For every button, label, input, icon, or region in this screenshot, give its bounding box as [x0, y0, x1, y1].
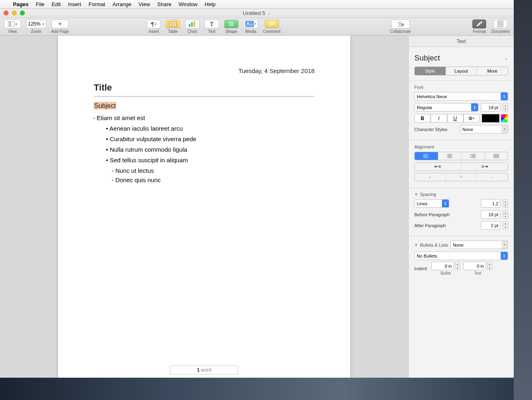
- menu-edit[interactable]: Edit: [52, 1, 60, 7]
- bullets-preset-value: None: [453, 243, 463, 247]
- menu-format[interactable]: Format: [88, 1, 105, 7]
- outdent-button[interactable]: ⇤≡: [415, 163, 461, 170]
- underline-button[interactable]: U: [447, 114, 463, 123]
- before-paragraph-field[interactable]: 18 pt: [481, 210, 500, 219]
- bullets-preset-select[interactable]: None ▾: [450, 241, 508, 249]
- minimize-button[interactable]: [12, 11, 17, 15]
- document-subject[interactable]: Subject: [94, 102, 116, 110]
- titlebar: Untitled 5 ⌄: [0, 9, 514, 18]
- character-styles-label: Character Styles: [414, 127, 458, 132]
- menu-share[interactable]: Share: [157, 1, 172, 7]
- list-item[interactable]: Donec quis nunc: [112, 176, 314, 183]
- document-date[interactable]: Tuesday, 4 September 2018: [94, 67, 314, 74]
- format-button[interactable]: [472, 19, 486, 28]
- menu-file[interactable]: File: [36, 1, 44, 7]
- tab-layout[interactable]: Layout: [446, 67, 477, 75]
- shape-button[interactable]: [224, 19, 239, 28]
- bullets-header[interactable]: ▼Bullets & Lists: [414, 243, 448, 247]
- valign-top-button[interactable]: ⌅: [415, 173, 446, 181]
- after-paragraph-field[interactable]: 2 pt: [481, 221, 500, 230]
- menu-view[interactable]: View: [139, 1, 150, 7]
- text-label: Text: [208, 29, 215, 34]
- before-paragraph-stepper[interactable]: ▲▼: [503, 210, 508, 219]
- bullet-indent-field[interactable]: 0 in: [431, 262, 454, 270]
- tab-more[interactable]: More: [477, 67, 508, 75]
- after-paragraph-stepper[interactable]: ▲▼: [503, 221, 508, 230]
- zoom-value: 125%: [28, 21, 41, 27]
- close-button[interactable]: [4, 11, 9, 15]
- list-item[interactable]: Nulla rutrum commodo ligula: [94, 146, 314, 153]
- word-count[interactable]: 1 word: [170, 366, 238, 374]
- table-button[interactable]: [166, 19, 180, 28]
- text-button[interactable]: T: [205, 19, 219, 28]
- document-title[interactable]: Title: [94, 82, 314, 97]
- media-button[interactable]: ▾: [243, 19, 258, 28]
- comment-button[interactable]: [265, 19, 279, 28]
- character-styles-select[interactable]: None ▾: [460, 125, 508, 133]
- align-justify-button[interactable]: [485, 152, 508, 160]
- app-menu[interactable]: Pages: [13, 1, 28, 7]
- valign-middle-button[interactable]: ✳: [446, 173, 477, 181]
- view-button[interactable]: ▾: [4, 19, 21, 28]
- bullets-type-select[interactable]: No Bullets ▲▼: [414, 252, 508, 260]
- menu-help[interactable]: Help: [205, 1, 216, 7]
- list-item[interactable]: Etiam sit amet est: [94, 114, 314, 121]
- font-style-select[interactable]: Regular ▲▼: [414, 103, 478, 112]
- bullets-lists-label: Bullets & Lists: [420, 243, 448, 247]
- document-button[interactable]: [493, 19, 507, 28]
- align-center-icon: [447, 154, 452, 158]
- menu-arrange[interactable]: Arrange: [112, 1, 131, 7]
- paragraph-style-select[interactable]: Subject ⌄: [409, 47, 514, 67]
- insert-label: Insert: [149, 29, 159, 34]
- inspector-tab-text[interactable]: Text: [409, 36, 514, 47]
- menu-insert[interactable]: Insert: [68, 1, 82, 7]
- text-options-button[interactable]: ⚙▾: [463, 114, 480, 123]
- align-center-button[interactable]: [438, 152, 462, 160]
- color-picker-button[interactable]: [501, 114, 508, 123]
- shape-label: Shape: [225, 29, 237, 34]
- align-right-button[interactable]: [461, 152, 485, 160]
- spacing-stepper[interactable]: ▲▼: [503, 199, 508, 208]
- add-page-button[interactable]: +: [52, 19, 69, 28]
- svg-rect-18: [480, 21, 482, 23]
- chart-button[interactable]: [185, 19, 200, 28]
- indent-button[interactable]: ≡⇥: [461, 163, 508, 170]
- vertical-align-seg: ⌅ ✳ ⌄: [414, 173, 508, 181]
- italic-button[interactable]: I: [431, 114, 447, 123]
- text-icon: T: [210, 21, 213, 28]
- add-page-label: Add Page: [51, 29, 69, 34]
- chevron-down-icon: ▾: [155, 22, 156, 26]
- svg-point-12: [247, 22, 249, 24]
- zoom-button[interactable]: [20, 11, 25, 15]
- list-item[interactable]: Curabitur vulputate viverra pede: [94, 135, 314, 142]
- list-item[interactable]: Sed tellus suscipit in aliquam: [94, 157, 314, 163]
- text-color-swatch[interactable]: [482, 114, 500, 123]
- document-canvas[interactable]: Tuesday, 4 September 2018 Title Subject …: [0, 36, 408, 378]
- font-family-select[interactable]: Helvetica Neue ▲▼: [414, 92, 508, 101]
- tab-style[interactable]: Style: [415, 67, 446, 75]
- valign-bottom-button[interactable]: ⌄: [477, 173, 508, 181]
- window-title[interactable]: Untitled 5 ⌄: [243, 10, 271, 16]
- menu-window[interactable]: Window: [179, 1, 197, 7]
- svg-point-15: [398, 22, 401, 24]
- document-page[interactable]: Tuesday, 4 September 2018 Title Subject …: [58, 36, 350, 378]
- align-left-button[interactable]: [415, 152, 438, 160]
- paragraph-style-name: Subject: [414, 54, 440, 62]
- spacing-value-field[interactable]: 1.2: [481, 199, 500, 208]
- updown-icon: ▲▼: [442, 200, 449, 207]
- text-indent-stepper[interactable]: ▲▼: [487, 262, 492, 270]
- collaborate-button[interactable]: +: [391, 19, 410, 28]
- bold-button[interactable]: B: [414, 114, 431, 123]
- spacing-header[interactable]: ▼Spacing: [414, 192, 508, 197]
- bullet-indent-stepper[interactable]: ▲▼: [455, 262, 460, 270]
- list-item[interactable]: Nunc ut lectus: [112, 167, 314, 174]
- font-size-field[interactable]: 14 pt: [481, 103, 500, 112]
- font-size-stepper[interactable]: ▲▼: [503, 103, 508, 112]
- text-indent-field[interactable]: 0 in: [463, 262, 486, 270]
- list-item[interactable]: Aenean iaculis laoreet arcu: [94, 125, 314, 132]
- svg-rect-8: [191, 22, 193, 27]
- zoom-select[interactable]: 125% ▾: [26, 19, 46, 28]
- menubar: Pages File Edit Insert Format Arrange Vi…: [0, 0, 514, 9]
- spacing-mode-select[interactable]: Lines ▲▼: [414, 199, 449, 208]
- insert-button[interactable]: ¶ ▾: [147, 19, 161, 28]
